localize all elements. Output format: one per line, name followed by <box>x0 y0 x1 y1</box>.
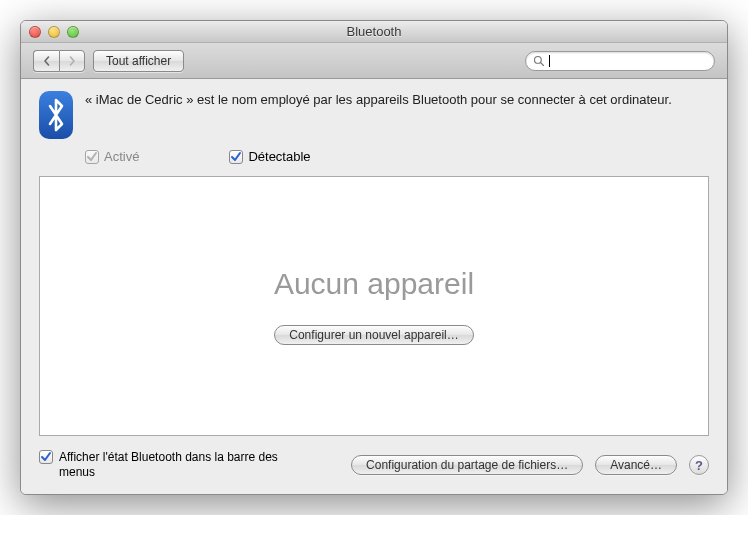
chevron-left-icon <box>42 56 52 66</box>
help-icon: ? <box>695 458 703 473</box>
checkmark-icon <box>230 151 242 163</box>
discoverable-label: Détectable <box>248 149 310 164</box>
checkmark-icon <box>40 451 52 463</box>
menubar-checkbox-row[interactable]: Afficher l'état Bluetooth dans la barre … <box>39 450 279 480</box>
bluetooth-prefs-window: Bluetooth Tout afficher <box>20 20 728 495</box>
bottom-row: Afficher l'état Bluetooth dans la barre … <box>39 450 709 480</box>
minimize-button[interactable] <box>48 26 60 38</box>
bottom-buttons: Configuration du partage de fichiers… Av… <box>351 455 709 475</box>
toolbar: Tout afficher <box>21 43 727 79</box>
advanced-button[interactable]: Avancé… <box>595 455 677 475</box>
window-title: Bluetooth <box>21 24 727 39</box>
status-checkboxes: Activé Détectable <box>85 149 709 164</box>
window-controls <box>21 26 79 38</box>
configure-device-label: Configurer un nouvel appareil… <box>289 328 458 342</box>
device-list: Aucun appareil Configurer un nouvel appa… <box>39 176 709 436</box>
activated-label: Activé <box>104 149 139 164</box>
svg-line-1 <box>541 62 544 65</box>
search-wrap <box>525 51 715 71</box>
sharing-config-label: Configuration du partage de fichiers… <box>366 458 568 472</box>
menubar-checkbox[interactable] <box>39 450 53 464</box>
info-text: « iMac de Cedric » est le nom employé pa… <box>85 91 709 109</box>
activated-checkbox <box>85 150 99 164</box>
no-device-label: Aucun appareil <box>274 267 474 301</box>
bluetooth-icon <box>39 91 73 139</box>
forward-button[interactable] <box>59 50 85 72</box>
discoverable-checkbox[interactable] <box>229 150 243 164</box>
search-icon <box>533 55 545 67</box>
back-button[interactable] <box>33 50 59 72</box>
show-all-button[interactable]: Tout afficher <box>93 50 184 72</box>
show-all-label: Tout afficher <box>106 54 171 68</box>
content-area: « iMac de Cedric » est le nom employé pa… <box>21 79 727 494</box>
info-row: « iMac de Cedric » est le nom employé pa… <box>39 91 709 139</box>
discoverable-checkbox-row[interactable]: Détectable <box>229 149 310 164</box>
advanced-label: Avancé… <box>610 458 662 472</box>
sharing-config-button[interactable]: Configuration du partage de fichiers… <box>351 455 583 475</box>
chevron-right-icon <box>67 56 77 66</box>
menubar-label: Afficher l'état Bluetooth dans la barre … <box>59 450 279 480</box>
titlebar: Bluetooth <box>21 21 727 43</box>
activated-checkbox-row: Activé <box>85 149 139 164</box>
text-cursor <box>549 55 550 67</box>
help-button[interactable]: ? <box>689 455 709 475</box>
close-button[interactable] <box>29 26 41 38</box>
checkmark-icon <box>86 151 98 163</box>
search-input[interactable] <box>525 51 715 71</box>
configure-device-button[interactable]: Configurer un nouvel appareil… <box>274 325 473 345</box>
zoom-button[interactable] <box>67 26 79 38</box>
nav-group <box>33 50 85 72</box>
